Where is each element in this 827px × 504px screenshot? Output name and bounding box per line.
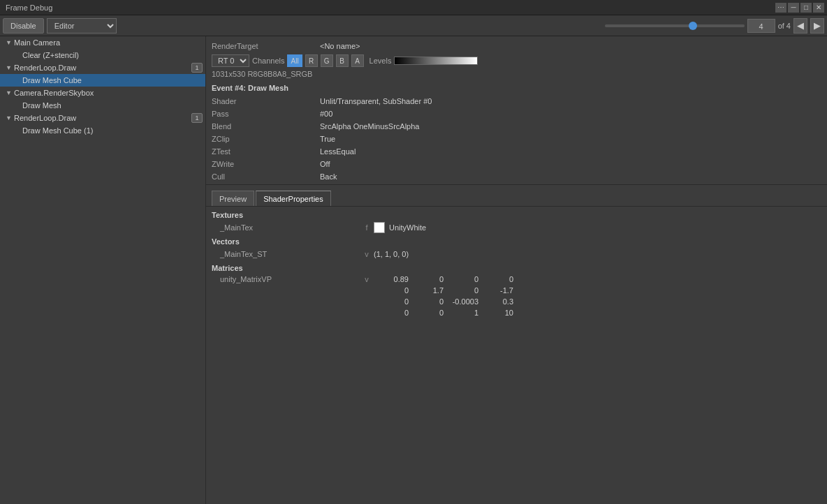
vectors-header: Vectors [206,236,827,247]
frame-of-label: of 4 [778,22,791,30]
toolbar: Disable Editor 4 of 4 ◀ ▶ [0,15,827,36]
prop-value-2: SrcAlpha OneMinusSrcAlpha [320,122,419,131]
tree-item-draw-mesh-cube-2[interactable]: Draw Mesh Cube (1) [0,124,205,137]
tree-item-label-main-camera: Main Camera [14,38,205,47]
resolution-row: 1031x530 R8G8B8A8_SRGB [206,68,827,80]
channel-btn-g[interactable]: G [321,54,333,67]
tree-item-renderloop-draw-1[interactable]: ▼RenderLoop.Draw1 [0,61,205,74]
matrices-header: Matrices [206,262,827,274]
levels-label: Levels [369,57,392,65]
matrix-cell-0-2-1: 0 [409,297,444,306]
tree-item-clear-z-stencil[interactable]: Clear (Z+stencil) [0,49,205,61]
tree-item-badge-renderloop-draw-2: 1 [191,113,203,123]
prop-value-6: Back [320,172,337,181]
matrix-cell-0-0-3: 0 [478,275,513,283]
tree-item-label-renderloop-draw-1: RenderLoop.Draw [14,64,191,72]
title-bar-more-btn[interactable]: ⋯ [775,3,786,13]
tree-item-label-clear-z-stencil: Clear (Z+stencil) [22,51,205,59]
title-bar-minimize-btn[interactable]: ─ [788,3,799,13]
tree-item-draw-mesh-cube-1[interactable]: Draw Mesh Cube [0,74,205,87]
textures-header: Textures [206,209,827,221]
prop-name-4: ZTest [212,147,320,156]
title-bar-close-btn[interactable]: ✕ [813,3,824,13]
frame-slider-track[interactable] [605,24,745,27]
tree-item-arrow-renderloop-draw-1: ▼ [6,64,14,71]
tree-item-arrow-renderloop-draw-2: ▼ [6,114,14,121]
vector-name-0: _MainTex_ST [220,250,360,258]
prop-value-5: Off [320,160,330,168]
matrix-values-0-1: 01.70-1.7 [374,286,513,295]
matrix-cell-0-2-2: -0.0003 [444,297,478,306]
tree-item-label-camera-renderskybox: Camera.RenderSkybox [14,89,205,97]
prop-name-0: Shader [212,97,320,105]
frame-slider-thumb[interactable] [689,22,697,30]
matrix-cell-0-1-1: 1.7 [409,286,444,295]
texture-value-0: UnityWhite [374,222,426,233]
disable-button[interactable]: Disable [3,18,44,34]
matrix-cell-0-3-3: 10 [478,309,513,317]
prop-value-3: True [320,135,335,143]
prop-value-0: Unlit/Transparent, SubShader #0 [320,97,432,105]
prop-name-6-row: CullBack [206,170,827,183]
matrix-cell-0-3-2: 1 [444,309,478,317]
matrix-values-0-3: 00110 [374,309,513,317]
tree-item-renderloop-draw-2[interactable]: ▼RenderLoop.Draw1 [0,112,205,124]
editor-select[interactable]: Editor [47,18,117,34]
prop-name-2: Blend [212,122,320,131]
prop-name-6: Cull [212,172,320,181]
matrix-row-0-1: 01.70-1.7 [206,285,827,296]
matrix-cell-0-1-0: 0 [374,286,409,295]
matrix-label-0-0: unity_MatrixVP [220,275,360,283]
matrix-cell-0-0-0: 0.89 [374,275,409,283]
matrix-row-0-2: 00-0.00030.3 [206,296,827,307]
tree-item-badge-renderloop-draw-1: 1 [191,63,203,73]
prop-name-1: Pass [212,110,320,118]
title-bar: Frame Debug ⋯ ─ □ ✕ [0,0,827,15]
prop-value-1: #00 [320,110,332,118]
matrix-type-0-0: v [360,275,374,283]
tab-preview[interactable]: Preview [212,191,254,206]
tab-shaderproperties[interactable]: ShaderProperties [256,191,331,206]
title-bar-text: Frame Debug [6,3,52,12]
channels-label: Channels [252,57,284,65]
channel-btn-r[interactable]: R [305,54,318,67]
matrix-values-0-2: 00-0.00030.3 [374,297,513,306]
render-target-value: <No name> [320,42,360,50]
tree-item-label-draw-mesh-cube-1: Draw Mesh Cube [22,76,205,84]
vector-row-0: _MainTex_STv(1, 1, 0, 0) [206,247,827,261]
vector-value-0: (1, 1, 0, 0) [374,250,409,258]
levels-bar[interactable] [394,57,478,65]
render-target-label-row: RenderTarget<No name> [206,39,827,53]
prop-name-4-row: ZTestLessEqual [206,145,827,158]
right-panel: RenderTarget<No name>RT 0ChannelsAllRGBA… [206,36,827,504]
tabs-row: PreviewShaderProperties [206,186,827,207]
channel-btn-all[interactable]: All [287,54,302,67]
left-panel: ▼Main CameraClear (Z+stencil)▼RenderLoop… [0,36,206,504]
prop-name-0-row: ShaderUnlit/Transparent, SubShader #0 [206,95,827,108]
rt-select[interactable]: RT 0 [212,54,249,67]
matrix-cell-0-2-0: 0 [374,297,409,306]
channel-btn-b[interactable]: B [336,54,349,67]
title-bar-maximize-btn[interactable]: □ [800,3,812,13]
matrix-cell-0-0-1: 0 [409,275,444,283]
prop-name-2-row: BlendSrcAlpha OneMinusSrcAlpha [206,120,827,133]
matrix-values-0-0: 0.89000 [374,275,513,283]
slider-container: 4 of 4 [605,19,791,33]
tree-item-camera-renderskybox[interactable]: ▼Camera.RenderSkybox [0,87,205,99]
tree-item-label-renderloop-draw-2: RenderLoop.Draw [14,114,191,122]
vector-type-0: v [360,250,374,258]
matrix-cell-0-0-2: 0 [444,275,478,283]
prop-name-3-row: ZClipTrue [206,133,827,145]
prev-frame-button[interactable]: ◀ [793,18,807,34]
frame-value-box[interactable]: 4 [747,19,775,33]
prop-value-4: LessEqual [320,147,356,156]
title-bar-controls: ⋯ ─ □ ✕ [775,3,824,13]
channel-btn-a[interactable]: A [351,54,364,67]
matrix-row-0-0: unity_MatrixVPv0.89000 [206,274,827,285]
tree-item-label-draw-mesh: Draw Mesh [22,101,205,110]
texture-swatch-0 [374,222,385,233]
tree-item-draw-mesh[interactable]: Draw Mesh [0,99,205,112]
tree-item-main-camera[interactable]: ▼Main Camera [0,36,205,49]
prop-name-5: ZWrite [212,160,320,168]
next-frame-button[interactable]: ▶ [810,18,824,34]
